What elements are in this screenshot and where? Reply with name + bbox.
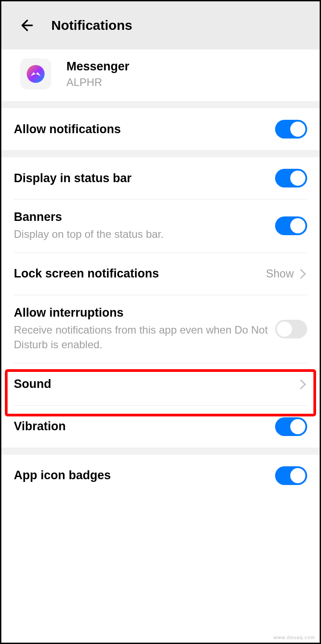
chevron-right-icon xyxy=(296,379,306,389)
app-info-section: Messenger ALPHR xyxy=(1,49,320,101)
toggle-knob xyxy=(290,218,305,233)
banners-row[interactable]: Banners Display on top of the status bar… xyxy=(1,200,320,253)
lock-screen-value: Show xyxy=(266,267,294,280)
row-subtitle: Receive notifications from this app even… xyxy=(14,322,275,352)
row-title: Allow interruptions xyxy=(14,306,275,320)
display-status-bar-row[interactable]: Display in status bar xyxy=(1,157,320,199)
watermark: www.deuaq.com xyxy=(273,635,315,640)
toggle-knob xyxy=(290,468,305,483)
back-button[interactable] xyxy=(18,16,36,34)
display-status-bar-toggle[interactable] xyxy=(275,169,307,187)
section-separator xyxy=(1,101,320,108)
app-subtitle: ALPHR xyxy=(66,76,129,89)
messenger-icon xyxy=(27,65,45,83)
allow-notifications-toggle[interactable] xyxy=(275,120,307,139)
allow-notifications-row[interactable]: Allow notifications xyxy=(1,108,320,150)
arrow-left-icon xyxy=(19,17,36,34)
app-text: Messenger ALPHR xyxy=(66,60,129,89)
banners-toggle[interactable] xyxy=(275,216,307,235)
row-title: Allow notifications xyxy=(14,122,275,136)
header-bar: Notifications xyxy=(1,1,320,49)
toggle-knob xyxy=(290,419,305,434)
app-icon-badges-toggle[interactable] xyxy=(275,466,307,485)
lock-screen-row[interactable]: Lock screen notifications Show xyxy=(1,253,320,295)
chevron-right-icon xyxy=(296,269,306,279)
allow-interruptions-row[interactable]: Allow interruptions Receive notification… xyxy=(1,295,320,363)
row-title: Display in status bar xyxy=(14,171,275,185)
row-title: Banners xyxy=(14,210,275,224)
allow-interruptions-toggle[interactable] xyxy=(275,320,307,338)
row-title: Sound xyxy=(14,377,297,391)
app-icon xyxy=(20,58,51,90)
section-separator xyxy=(1,448,320,455)
page-title: Notifications xyxy=(51,18,132,33)
row-subtitle: Display on top of the status bar. xyxy=(14,227,275,242)
row-title: App icon badges xyxy=(14,469,275,482)
row-title: Vibration xyxy=(14,420,275,433)
toggle-knob xyxy=(290,122,305,137)
section-separator xyxy=(1,150,320,157)
vibration-toggle[interactable] xyxy=(275,417,307,436)
row-title: Lock screen notifications xyxy=(14,267,266,281)
app-icon-badges-row[interactable]: App icon badges xyxy=(1,455,320,497)
toggle-knob xyxy=(290,171,305,186)
vibration-row[interactable]: Vibration xyxy=(1,406,320,448)
toggle-knob xyxy=(277,322,292,337)
app-name: Messenger xyxy=(66,60,129,73)
sound-row[interactable]: Sound xyxy=(1,363,320,405)
